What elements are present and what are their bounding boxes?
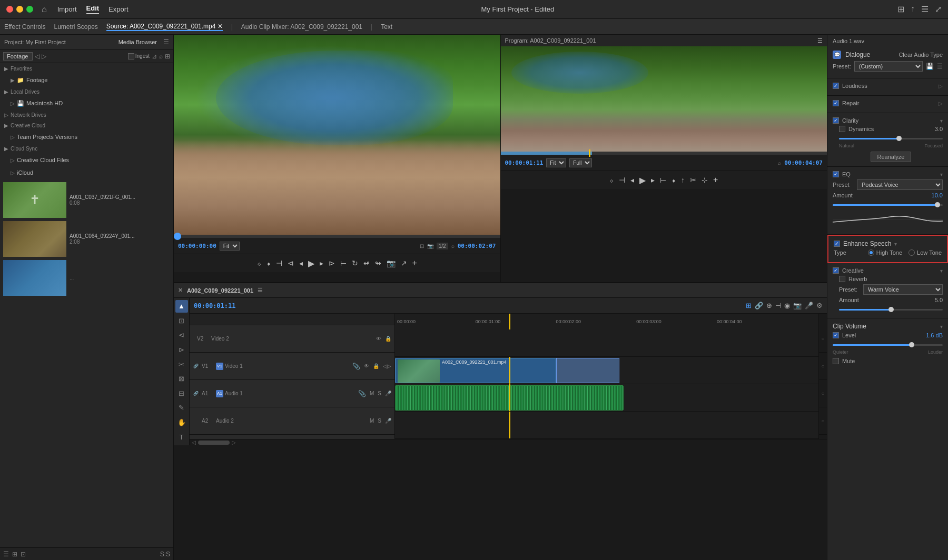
- p-extract[interactable]: ✂: [690, 176, 696, 184]
- tab-lumetri-scopes[interactable]: Lumetri Scopes: [54, 23, 97, 31]
- track-v2[interactable]: [395, 329, 818, 357]
- menu-import[interactable]: Import: [57, 5, 77, 13]
- mark-in[interactable]: ⬦: [257, 259, 261, 267]
- pen-tool[interactable]: ✎: [175, 402, 188, 414]
- creative-checkbox[interactable]: ✓: [833, 267, 839, 274]
- grid-icon[interactable]: ⊞: [12, 551, 17, 558]
- tl-camera[interactable]: 📷: [793, 302, 802, 309]
- dynamics-checkbox[interactable]: [839, 126, 845, 132]
- tab-audio-clip-mixer[interactable]: Audio Clip Mixer: A002_C009_092221_001: [241, 23, 362, 31]
- tl-linked[interactable]: 🔗: [755, 302, 763, 309]
- creative-expand[interactable]: ▾: [940, 268, 943, 274]
- p-mark-out[interactable]: ⬧: [671, 176, 676, 184]
- program-fit-select[interactable]: Fit: [546, 158, 566, 167]
- source-scrubber[interactable]: [174, 235, 500, 238]
- tree-icloud[interactable]: ▷ iCloud: [0, 166, 173, 179]
- tl-snap[interactable]: ⊞: [746, 302, 752, 309]
- program-full-select[interactable]: Full: [569, 158, 592, 167]
- p-next[interactable]: ▸: [651, 176, 655, 184]
- media-browser-label[interactable]: Media Browser: [118, 39, 157, 45]
- go-to-out[interactable]: ⊢: [340, 259, 347, 267]
- tl-color[interactable]: ◉: [784, 302, 790, 309]
- scroll-left[interactable]: ◁: [192, 439, 196, 445]
- repair-expand[interactable]: ▷: [939, 101, 943, 106]
- v1-sync[interactable]: ◁▷: [382, 363, 392, 369]
- clear-audio-type[interactable]: Clear Audio Type: [898, 52, 943, 58]
- insert[interactable]: ↫: [363, 259, 370, 267]
- scroll-right[interactable]: ▷: [232, 439, 236, 445]
- share-icon[interactable]: ↑: [911, 4, 915, 14]
- eq-expand[interactable]: ▾: [940, 172, 943, 177]
- thumb-item-3[interactable]: ...: [2, 259, 171, 297]
- a1-mic[interactable]: 🎤: [384, 390, 392, 397]
- high-tone-radio[interactable]: [868, 249, 874, 256]
- fullscreen-icon[interactable]: ⤢: [935, 4, 942, 14]
- p-go-out[interactable]: ⊢: [660, 176, 666, 184]
- ingest-checkbox[interactable]: Ingest: [128, 53, 150, 59]
- p-prev[interactable]: ◂: [630, 176, 634, 184]
- selection-tool[interactable]: ▲: [175, 300, 188, 313]
- maximize-button[interactable]: [26, 6, 33, 13]
- loop[interactable]: ↻: [352, 259, 358, 267]
- enhance-checkbox[interactable]: ✓: [834, 241, 840, 247]
- tab-effect-controls[interactable]: Effect Controls: [4, 23, 45, 31]
- clarity-checkbox[interactable]: ✓: [833, 117, 839, 124]
- tree-cc-files[interactable]: ▷ Creative Cloud Files: [0, 154, 173, 166]
- nav-back[interactable]: ◁: [35, 53, 39, 60]
- play-btn[interactable]: ▶: [308, 258, 314, 268]
- list-icon[interactable]: ☰: [3, 551, 9, 558]
- reverb-slider[interactable]: [839, 305, 943, 314]
- timeline-scrollbar[interactable]: ◁ ▷: [190, 439, 827, 445]
- reverb-thumb[interactable]: [888, 307, 894, 312]
- end-a1[interactable]: ○: [819, 380, 827, 407]
- menu-icon[interactable]: ☰: [921, 4, 929, 14]
- close-button[interactable]: [6, 6, 13, 13]
- thumb-item-2[interactable]: A001_C064_09224Y_001... 2:08: [2, 220, 171, 258]
- rolling-tool[interactable]: ⊳: [175, 344, 188, 356]
- filter-icon[interactable]: ⊿: [152, 53, 157, 60]
- program-timecode[interactable]: 00:00:01:11: [505, 159, 544, 166]
- tree-team-projects[interactable]: ▷ Team Projects Versions: [0, 131, 173, 143]
- program-zoom-icon[interactable]: ⌕: [778, 160, 781, 166]
- dynamics-slider[interactable]: [839, 134, 943, 143]
- a1-active[interactable]: A1: [216, 390, 223, 397]
- level-slider[interactable]: [833, 341, 943, 349]
- slide-tool[interactable]: ⊟: [175, 387, 188, 400]
- hand-tool[interactable]: ✋: [175, 416, 188, 429]
- tl-voice[interactable]: 🎤: [805, 302, 813, 309]
- mark-out[interactable]: ⬧: [266, 259, 271, 267]
- text-tool[interactable]: T: [175, 431, 188, 443]
- preset-save-icon[interactable]: 💾: [926, 63, 934, 70]
- freeform-icon[interactable]: ⊡: [21, 551, 26, 558]
- eq-slider[interactable]: [833, 201, 943, 209]
- seq-close[interactable]: ✕: [178, 287, 183, 294]
- preset-menu-icon[interactable]: ☰: [937, 63, 943, 70]
- level-thumb[interactable]: [909, 342, 914, 347]
- source-timecode[interactable]: 00:00:00:00: [178, 243, 216, 249]
- razor-tool[interactable]: ✂: [175, 358, 188, 371]
- timeline-ruler[interactable]: 00:00:00 00:00:01:00 00:00:02:00 00:00:0…: [395, 314, 818, 329]
- menu-edit[interactable]: Edit: [86, 4, 100, 14]
- zoom-icon[interactable]: ⌕: [451, 243, 455, 249]
- p-add[interactable]: +: [713, 175, 718, 185]
- export[interactable]: ↗: [401, 259, 407, 267]
- clip-volume-expand[interactable]: ▾: [940, 324, 943, 329]
- search-icon[interactable]: ⌕: [159, 53, 163, 60]
- level-checkbox[interactable]: ✓: [833, 332, 839, 338]
- tl-settings[interactable]: ⚙: [816, 302, 823, 309]
- add-icon[interactable]: S:S: [160, 551, 170, 558]
- resize-icon[interactable]: ⊞: [897, 4, 904, 14]
- a2-m[interactable]: M: [369, 417, 375, 424]
- settings-icon[interactable]: ☰: [163, 38, 169, 46]
- v2-lock[interactable]: 🔒: [384, 335, 392, 342]
- slip-tool[interactable]: ⊠: [175, 373, 188, 385]
- menu-export[interactable]: Export: [108, 5, 129, 13]
- low-tone-radio[interactable]: [908, 249, 915, 256]
- loudness-checkbox[interactable]: ✓: [833, 83, 839, 89]
- p-lift[interactable]: ↑: [681, 176, 685, 184]
- overwrite[interactable]: ↬: [375, 259, 381, 267]
- step-back[interactable]: ◂: [299, 259, 303, 267]
- tree-footage[interactable]: ▶ 📁 Footage: [0, 74, 173, 86]
- eq-checkbox[interactable]: ✓: [833, 171, 839, 177]
- end-a2[interactable]: ○: [819, 407, 827, 435]
